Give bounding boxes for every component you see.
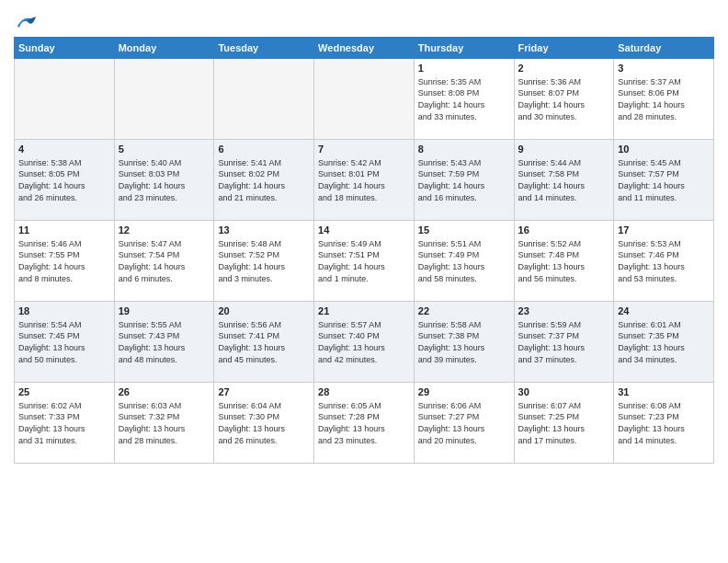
day-number: 31 — [618, 385, 710, 399]
calendar-cell — [314, 59, 415, 140]
day-number: 18 — [18, 304, 110, 318]
day-info: Sunrise: 5:52 AM Sunset: 7:48 PM Dayligh… — [518, 238, 610, 284]
week-row-2: 4Sunrise: 5:38 AM Sunset: 8:05 PM Daylig… — [15, 140, 714, 221]
day-number: 15 — [418, 224, 510, 237]
day-info: Sunrise: 5:49 AM Sunset: 7:51 PM Dayligh… — [318, 238, 410, 284]
day-number: 20 — [218, 304, 310, 318]
day-header-thursday: Thursday — [414, 38, 514, 59]
page: SundayMondayTuesdayWednesdayThursdayFrid… — [0, 0, 728, 468]
calendar-cell: 20Sunrise: 5:56 AM Sunset: 7:41 PM Dayli… — [214, 302, 314, 383]
day-info: Sunrise: 6:08 AM Sunset: 7:23 PM Dayligh… — [618, 400, 710, 446]
day-info: Sunrise: 5:55 AM Sunset: 7:43 PM Dayligh… — [119, 319, 210, 365]
day-number: 8 — [418, 143, 510, 156]
calendar-cell: 21Sunrise: 5:57 AM Sunset: 7:40 PM Dayli… — [314, 302, 415, 383]
day-header-sunday: Sunday — [15, 38, 115, 59]
day-info: Sunrise: 5:40 AM Sunset: 8:03 PM Dayligh… — [119, 157, 210, 203]
calendar-cell: 8Sunrise: 5:43 AM Sunset: 7:59 PM Daylig… — [414, 140, 514, 221]
calendar-cell: 15Sunrise: 5:51 AM Sunset: 7:49 PM Dayli… — [414, 221, 514, 302]
calendar-cell: 1Sunrise: 5:35 AM Sunset: 8:08 PM Daylig… — [414, 59, 514, 140]
calendar-cell: 27Sunrise: 6:04 AM Sunset: 7:30 PM Dayli… — [214, 383, 314, 464]
day-info: Sunrise: 6:03 AM Sunset: 7:32 PM Dayligh… — [119, 400, 210, 446]
day-number: 21 — [318, 304, 410, 318]
day-number: 4 — [18, 143, 110, 156]
day-info: Sunrise: 5:48 AM Sunset: 7:52 PM Dayligh… — [218, 238, 310, 284]
day-number: 23 — [518, 304, 610, 318]
calendar-cell: 30Sunrise: 6:07 AM Sunset: 7:25 PM Dayli… — [514, 383, 614, 464]
day-number: 16 — [518, 224, 610, 237]
day-info: Sunrise: 6:01 AM Sunset: 7:35 PM Dayligh… — [618, 319, 710, 365]
day-header-tuesday: Tuesday — [214, 38, 314, 59]
day-info: Sunrise: 5:35 AM Sunset: 8:08 PM Dayligh… — [418, 76, 510, 122]
calendar-cell: 28Sunrise: 6:05 AM Sunset: 7:28 PM Dayli… — [314, 383, 415, 464]
calendar-cell: 26Sunrise: 6:03 AM Sunset: 7:32 PM Dayli… — [114, 383, 214, 464]
calendar-table: SundayMondayTuesdayWednesdayThursdayFrid… — [14, 37, 714, 464]
day-number: 12 — [119, 224, 210, 237]
calendar-cell: 16Sunrise: 5:52 AM Sunset: 7:48 PM Dayli… — [514, 221, 614, 302]
day-number: 26 — [119, 385, 210, 399]
day-number: 1 — [418, 62, 510, 75]
calendar-cell: 6Sunrise: 5:41 AM Sunset: 8:02 PM Daylig… — [214, 140, 314, 221]
calendar-cell: 12Sunrise: 5:47 AM Sunset: 7:54 PM Dayli… — [114, 221, 214, 302]
day-info: Sunrise: 5:53 AM Sunset: 7:46 PM Dayligh… — [618, 238, 710, 284]
calendar-cell: 24Sunrise: 6:01 AM Sunset: 7:35 PM Dayli… — [614, 302, 714, 383]
day-number: 13 — [218, 224, 310, 237]
day-info: Sunrise: 6:02 AM Sunset: 7:33 PM Dayligh… — [18, 400, 110, 446]
calendar-cell — [214, 59, 314, 140]
day-header-saturday: Saturday — [614, 38, 714, 59]
day-info: Sunrise: 5:36 AM Sunset: 8:07 PM Dayligh… — [518, 76, 610, 122]
day-number: 11 — [18, 224, 110, 237]
days-header-row: SundayMondayTuesdayWednesdayThursdayFrid… — [15, 38, 714, 59]
day-header-monday: Monday — [114, 38, 214, 59]
day-number: 30 — [518, 385, 610, 399]
calendar-cell: 13Sunrise: 5:48 AM Sunset: 7:52 PM Dayli… — [214, 221, 314, 302]
calendar-cell: 5Sunrise: 5:40 AM Sunset: 8:03 PM Daylig… — [114, 140, 214, 221]
day-number: 27 — [218, 385, 310, 399]
calendar-cell: 19Sunrise: 5:55 AM Sunset: 7:43 PM Dayli… — [114, 302, 214, 383]
day-info: Sunrise: 5:37 AM Sunset: 8:06 PM Dayligh… — [618, 76, 710, 122]
day-info: Sunrise: 6:05 AM Sunset: 7:28 PM Dayligh… — [318, 400, 410, 446]
week-row-5: 25Sunrise: 6:02 AM Sunset: 7:33 PM Dayli… — [15, 383, 714, 464]
logo — [14, 9, 43, 31]
calendar-cell: 7Sunrise: 5:42 AM Sunset: 8:01 PM Daylig… — [314, 140, 415, 221]
calendar-cell: 4Sunrise: 5:38 AM Sunset: 8:05 PM Daylig… — [15, 140, 115, 221]
day-info: Sunrise: 5:54 AM Sunset: 7:45 PM Dayligh… — [18, 319, 110, 365]
calendar-cell: 23Sunrise: 5:59 AM Sunset: 7:37 PM Dayli… — [514, 302, 614, 383]
calendar-cell: 3Sunrise: 5:37 AM Sunset: 8:06 PM Daylig… — [614, 59, 714, 140]
day-info: Sunrise: 5:58 AM Sunset: 7:38 PM Dayligh… — [418, 319, 510, 365]
day-number: 19 — [119, 304, 210, 318]
day-number: 25 — [18, 385, 110, 399]
day-info: Sunrise: 5:46 AM Sunset: 7:55 PM Dayligh… — [18, 238, 110, 284]
week-row-3: 11Sunrise: 5:46 AM Sunset: 7:55 PM Dayli… — [15, 221, 714, 302]
day-number: 28 — [318, 385, 410, 399]
day-number: 22 — [418, 304, 510, 318]
day-info: Sunrise: 5:57 AM Sunset: 7:40 PM Dayligh… — [318, 319, 410, 365]
day-header-friday: Friday — [514, 38, 614, 59]
calendar-cell: 14Sunrise: 5:49 AM Sunset: 7:51 PM Dayli… — [314, 221, 415, 302]
calendar-cell: 17Sunrise: 5:53 AM Sunset: 7:46 PM Dayli… — [614, 221, 714, 302]
day-number: 3 — [618, 62, 710, 75]
day-number: 14 — [318, 224, 410, 237]
calendar-cell: 9Sunrise: 5:44 AM Sunset: 7:58 PM Daylig… — [514, 140, 614, 221]
day-number: 9 — [518, 143, 610, 156]
day-number: 2 — [518, 62, 610, 75]
calendar-cell: 31Sunrise: 6:08 AM Sunset: 7:23 PM Dayli… — [614, 383, 714, 464]
day-info: Sunrise: 5:43 AM Sunset: 7:59 PM Dayligh… — [418, 157, 510, 203]
day-number: 6 — [218, 143, 310, 156]
day-info: Sunrise: 5:44 AM Sunset: 7:58 PM Dayligh… — [518, 157, 610, 203]
day-info: Sunrise: 5:42 AM Sunset: 8:01 PM Dayligh… — [318, 157, 410, 203]
calendar-cell — [15, 59, 115, 140]
day-number: 29 — [418, 385, 510, 399]
calendar-cell: 25Sunrise: 6:02 AM Sunset: 7:33 PM Dayli… — [15, 383, 115, 464]
calendar-cell: 29Sunrise: 6:06 AM Sunset: 7:27 PM Dayli… — [414, 383, 514, 464]
day-info: Sunrise: 5:41 AM Sunset: 8:02 PM Dayligh… — [218, 157, 310, 203]
day-header-wednesday: Wednesday — [314, 38, 415, 59]
calendar-cell: 22Sunrise: 5:58 AM Sunset: 7:38 PM Dayli… — [414, 302, 514, 383]
day-number: 7 — [318, 143, 410, 156]
day-info: Sunrise: 5:56 AM Sunset: 7:41 PM Dayligh… — [218, 319, 310, 365]
day-number: 17 — [618, 224, 710, 237]
calendar-cell: 18Sunrise: 5:54 AM Sunset: 7:45 PM Dayli… — [15, 302, 115, 383]
calendar-cell: 11Sunrise: 5:46 AM Sunset: 7:55 PM Dayli… — [15, 221, 115, 302]
calendar-cell: 2Sunrise: 5:36 AM Sunset: 8:07 PM Daylig… — [514, 59, 614, 140]
day-number: 10 — [618, 143, 710, 156]
week-row-1: 1Sunrise: 5:35 AM Sunset: 8:08 PM Daylig… — [15, 59, 714, 140]
